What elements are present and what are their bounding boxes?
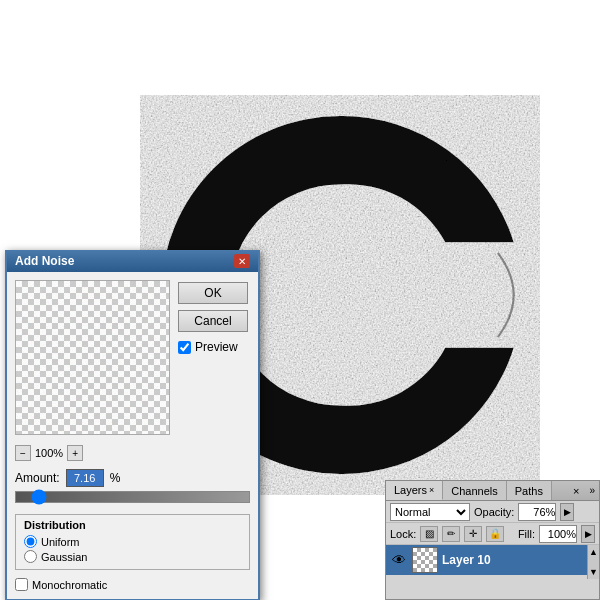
distribution-label: Distribution: [24, 519, 241, 531]
scroll-down-arrow[interactable]: ▼: [587, 565, 600, 579]
preview-checkbox[interactable]: [178, 341, 191, 354]
layers-scrollbar: ▲ ▼: [587, 545, 599, 579]
amount-slider[interactable]: [15, 491, 250, 503]
zoom-out-button[interactable]: −: [15, 445, 31, 461]
add-noise-dialog: Add Noise ✕ OK Cancel Preview − 100% + A…: [5, 250, 260, 600]
amount-label: Amount:: [15, 471, 60, 485]
zoom-in-button[interactable]: +: [67, 445, 83, 461]
fill-input[interactable]: [539, 525, 577, 543]
ok-button[interactable]: OK: [178, 282, 248, 304]
monochromatic-row: Monochromatic: [7, 576, 258, 599]
gaussian-radio-row: Gaussian: [24, 550, 241, 563]
layers-tab-close-x[interactable]: ×: [429, 485, 434, 495]
panel-close-button[interactable]: ×: [567, 481, 585, 500]
fill-arrow-button[interactable]: ▶: [581, 525, 595, 543]
monochromatic-checkbox[interactable]: [15, 578, 28, 591]
amount-unit: %: [110, 471, 121, 485]
lock-all-button[interactable]: 🔒: [486, 526, 504, 542]
preview-checkbox-row: Preview: [178, 340, 248, 354]
distribution-section: Distribution Uniform Gaussian: [15, 514, 250, 570]
uniform-radio-row: Uniform: [24, 535, 241, 548]
blend-mode-select[interactable]: Normal: [390, 503, 470, 521]
zoom-row: − 100% +: [7, 443, 258, 465]
amount-input[interactable]: [66, 469, 104, 487]
slider-row: [7, 491, 258, 512]
amount-row: Amount: %: [7, 465, 258, 491]
lock-transparency-button[interactable]: ▨: [420, 526, 438, 542]
tab-layers[interactable]: Layers ×: [386, 481, 443, 500]
zoom-value: 100%: [35, 447, 63, 459]
uniform-radio[interactable]: [24, 535, 37, 548]
lock-paint-button[interactable]: ✏: [442, 526, 460, 542]
lock-label: Lock:: [390, 528, 416, 540]
dialog-preview-area: [15, 280, 170, 435]
preview-noise-overlay: [16, 281, 169, 434]
layers-panel: Layers × Channels Paths × » Normal Opaci…: [385, 480, 600, 600]
layer-visibility-eye[interactable]: 👁: [390, 551, 408, 569]
panel-expand-button[interactable]: »: [585, 481, 599, 500]
layers-lock-row: Lock: ▨ ✏ ✛ 🔒 Fill: ▶: [386, 523, 599, 545]
layers-blend-row: Normal Opacity: ▶: [386, 501, 599, 523]
scroll-up-arrow[interactable]: ▲: [587, 545, 600, 559]
uniform-label: Uniform: [41, 536, 80, 548]
lock-position-button[interactable]: ✛: [464, 526, 482, 542]
monochromatic-label: Monochromatic: [32, 579, 107, 591]
dialog-buttons-column: OK Cancel Preview: [178, 280, 248, 435]
layer-thumbnail: [412, 547, 438, 573]
gaussian-radio[interactable]: [24, 550, 37, 563]
preview-label: Preview: [195, 340, 238, 354]
layers-panel-titlebar: Layers × Channels Paths × »: [386, 481, 599, 501]
tab-channels[interactable]: Channels: [443, 481, 506, 500]
opacity-label: Opacity:: [474, 506, 514, 518]
opacity-input[interactable]: [518, 503, 556, 521]
dialog-body: OK Cancel Preview: [7, 272, 258, 443]
dialog-close-button[interactable]: ✕: [234, 254, 250, 268]
opacity-arrow-button[interactable]: ▶: [560, 503, 574, 521]
tab-paths[interactable]: Paths: [507, 481, 552, 500]
cancel-button[interactable]: Cancel: [178, 310, 248, 332]
layer-name: Layer 10: [442, 553, 583, 567]
layer-list: 👁 Layer 10 ▲ ▼: [386, 545, 599, 579]
fill-label: Fill:: [518, 528, 535, 540]
gaussian-label: Gaussian: [41, 551, 87, 563]
dialog-title: Add Noise: [15, 254, 74, 268]
layer-row-layer10[interactable]: 👁 Layer 10: [386, 545, 587, 575]
dialog-titlebar: Add Noise ✕: [7, 250, 258, 272]
